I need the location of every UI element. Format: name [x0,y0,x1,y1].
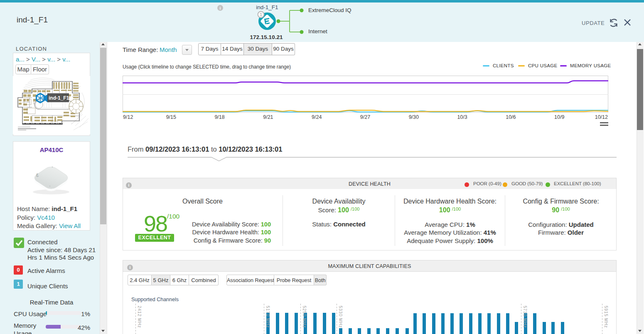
svg-text:9/21: 9/21 [263,114,273,120]
svg-text:9/15: 9/15 [166,114,176,120]
svg-text:9/30: 9/30 [409,114,419,120]
svg-text:172.15.10.21: 172.15.10.21 [250,34,283,40]
svg-text:ind-1_F1: ind-1_F1 [256,4,278,10]
svg-text:10/3: 10/3 [457,114,467,120]
svg-text:10/12: 10/12 [595,114,608,120]
svg-text:5915 MHz: 5915 MHz [604,306,608,328]
svg-text:i: i [220,6,221,10]
svg-text:10/9: 10/9 [554,114,564,120]
svg-text:9/24: 9/24 [312,114,322,120]
svg-text:9/27: 9/27 [360,114,370,120]
svg-text:9/18: 9/18 [214,114,224,120]
svg-text:5330 MHz: 5330 MHz [338,306,343,328]
svg-text:ind-1_F1: ind-1_F1 [49,95,69,101]
svg-text:2412 MHz: 2412 MHz [137,306,142,328]
svg-text:ExtremeCloud IQ: ExtremeCloud IQ [308,7,351,13]
svg-text:Internet: Internet [308,28,327,34]
svg-text:1: 1 [260,12,262,17]
svg-text:9/12: 9/12 [123,114,133,120]
svg-text:10/6: 10/6 [506,114,516,120]
svg-text:5730 MHz: 5730 MHz [523,306,527,328]
svg-text:5250 MHz: 5250 MHz [302,306,307,328]
svg-text:5170 MHz: 5170 MHz [265,306,270,328]
